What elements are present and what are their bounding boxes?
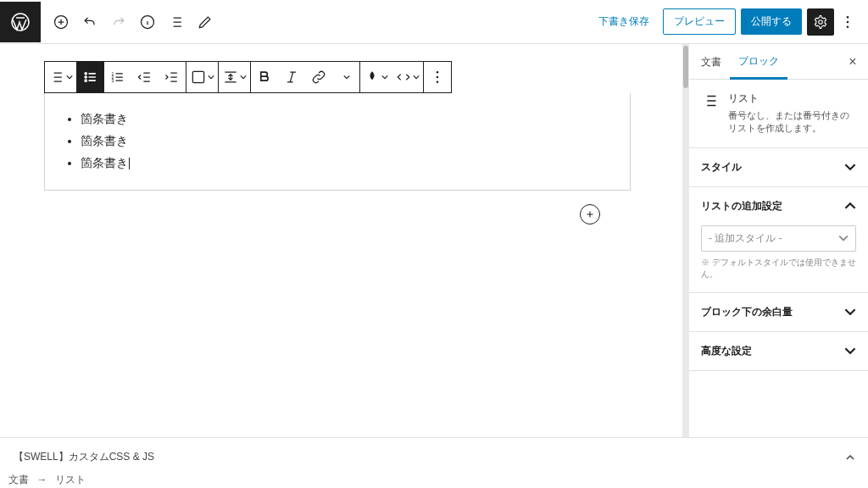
chevron-down-icon xyxy=(844,161,856,173)
panel-margin-header[interactable]: ブロック下の余白量 xyxy=(689,293,868,331)
svg-point-9 xyxy=(85,80,86,81)
list-item[interactable]: 箇条書き xyxy=(81,134,613,149)
swell-panel[interactable]: 【SWELL】カスタムCSS & JS xyxy=(0,437,868,469)
border-icon[interactable] xyxy=(186,62,218,92)
breadcrumb-block[interactable]: リスト xyxy=(55,474,86,485)
italic-icon[interactable] xyxy=(278,62,305,92)
bullet-list-icon[interactable] xyxy=(77,62,104,92)
list-icon xyxy=(701,92,720,110)
svg-point-8 xyxy=(85,76,86,78)
sidebar-scrollbar[interactable] xyxy=(682,44,689,437)
outline-icon[interactable] xyxy=(163,8,190,36)
svg-point-15 xyxy=(437,76,439,79)
block-more-icon[interactable] xyxy=(424,62,451,92)
list-block[interactable]: 箇条書き 箇条書き 箇条書き xyxy=(44,93,631,191)
chevron-up-icon xyxy=(844,200,856,212)
svg-point-5 xyxy=(847,20,849,23)
svg-point-14 xyxy=(437,71,439,74)
panel-style: スタイル xyxy=(689,148,868,187)
info-icon[interactable] xyxy=(134,8,161,36)
svg-point-4 xyxy=(847,15,849,18)
svg-text:3: 3 xyxy=(112,78,114,83)
svg-point-6 xyxy=(847,25,849,28)
link-icon[interactable] xyxy=(305,62,332,92)
block-toolbar: 123 xyxy=(44,61,452,93)
block-desc-text: 番号なし、または番号付きのリストを作成します。 xyxy=(728,109,856,136)
bold-icon[interactable] xyxy=(251,62,278,92)
save-draft-button[interactable]: 下書き保存 xyxy=(590,9,658,34)
chevron-up-icon xyxy=(846,453,854,462)
swell-panel-label: 【SWELL】カスタムCSS & JS xyxy=(14,450,154,464)
add-block-icon[interactable] xyxy=(47,8,75,36)
chevron-down-icon xyxy=(844,306,856,318)
breadcrumb: 文書 → リスト xyxy=(0,469,868,488)
sidebar-tabs: 文書 ブロック × xyxy=(689,44,868,80)
undo-icon[interactable] xyxy=(76,8,103,36)
format-more-icon[interactable] xyxy=(332,62,359,92)
settings-icon[interactable] xyxy=(807,8,834,36)
preview-button[interactable]: プレビュー xyxy=(663,8,736,35)
edit-icon[interactable] xyxy=(192,8,219,36)
highlight-icon[interactable] xyxy=(360,62,392,92)
panel-list-extra: リストの追加設定 - 追加スタイル - ※ デフォルトスタイルでは使用できません… xyxy=(689,187,868,293)
main-area: 123 xyxy=(0,44,868,437)
list-item[interactable]: 箇条書き xyxy=(81,112,613,127)
block-title: リスト xyxy=(728,92,856,106)
top-toolbar-left xyxy=(47,8,219,36)
extra-style-select[interactable]: - 追加スタイル - xyxy=(701,225,856,252)
indent-icon[interactable] xyxy=(159,62,186,92)
margin-icon[interactable] xyxy=(219,62,250,92)
svg-point-3 xyxy=(819,19,823,24)
list-block-type-icon[interactable] xyxy=(45,62,76,92)
close-sidebar-icon[interactable]: × xyxy=(841,54,865,69)
more-menu-icon[interactable] xyxy=(834,8,861,36)
outdent-icon[interactable] xyxy=(131,62,159,92)
block-description: リスト 番号なし、または番号付きのリストを作成します。 xyxy=(689,80,868,148)
list-item[interactable]: 箇条書き xyxy=(81,156,613,171)
tab-block[interactable]: ブロック xyxy=(730,44,787,80)
settings-sidebar: 文書 ブロック × リスト 番号なし、または番号付きのリストを作成します。 スタ… xyxy=(688,44,868,437)
wp-logo[interactable] xyxy=(0,2,41,42)
breadcrumb-doc[interactable]: 文書 xyxy=(8,474,29,485)
editor-top-bar: 下書き保存 プレビュー 公開する xyxy=(0,0,868,44)
panel-advanced-header[interactable]: 高度な設定 xyxy=(689,332,868,370)
panel-advanced: 高度な設定 xyxy=(689,332,868,371)
code-icon[interactable] xyxy=(392,62,423,92)
numbered-list-icon[interactable]: 123 xyxy=(104,62,131,92)
chevron-down-icon xyxy=(844,345,856,357)
panel-list-extra-header[interactable]: リストの追加設定 xyxy=(689,187,868,225)
svg-rect-13 xyxy=(192,71,203,82)
editor-canvas[interactable]: 123 xyxy=(0,44,688,437)
breadcrumb-sep: → xyxy=(36,474,47,485)
chevron-down-icon xyxy=(838,233,849,243)
block-inserter-icon[interactable] xyxy=(580,204,600,225)
extra-style-note: ※ デフォルトスタイルでは使用できません。 xyxy=(701,257,856,280)
redo-icon[interactable] xyxy=(105,8,132,36)
panel-style-header[interactable]: スタイル xyxy=(689,148,868,186)
svg-point-7 xyxy=(85,73,86,75)
tab-document[interactable]: 文書 xyxy=(693,45,730,78)
panel-margin: ブロック下の余白量 xyxy=(689,293,868,332)
svg-point-16 xyxy=(437,81,439,84)
publish-button[interactable]: 公開する xyxy=(741,8,802,35)
